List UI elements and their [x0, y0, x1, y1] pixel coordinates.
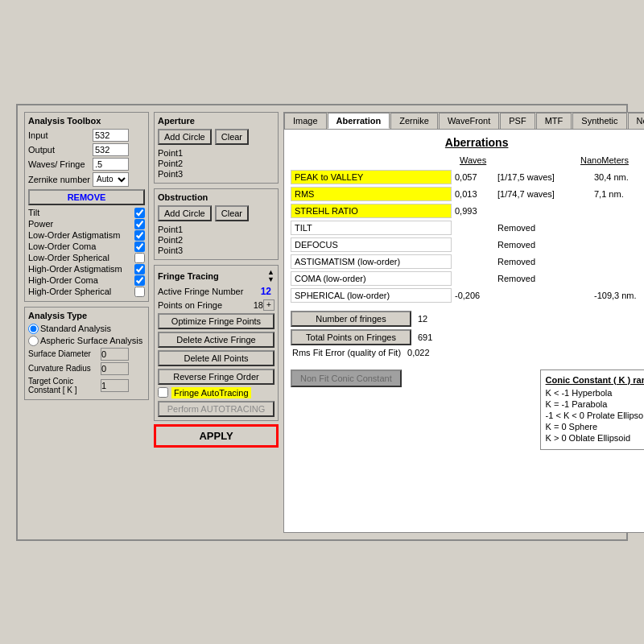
- obstruction-point2: Point2: [158, 235, 275, 245]
- active-fringe-number: 12: [261, 286, 271, 297]
- high-coma-checkbox[interactable]: [134, 275, 145, 286]
- perform-autotracing-button[interactable]: Perform AUTOTRACING: [158, 401, 275, 417]
- aperture-point1: Point1: [158, 148, 275, 158]
- analysis-type-section: Analysis Type Standard Analysis Aspheric…: [24, 307, 149, 400]
- tab-zernike[interactable]: Zernike: [390, 113, 438, 129]
- aperture-section: Aperture Add Circle Clear Point1 Point2 …: [154, 112, 279, 184]
- tab-mtf[interactable]: MTF: [536, 113, 572, 129]
- obstruction-title: Obstruction: [158, 192, 275, 202]
- number-of-fringes-button[interactable]: Number of fringes: [291, 311, 411, 327]
- high-astig-checkbox[interactable]: [134, 264, 145, 275]
- low-astig-label: Low-Order Astigmatism: [28, 230, 133, 240]
- points-on-fringe-value: 18: [254, 300, 263, 310]
- analysis-toolbox-section: Analysis Toolbox Input Output Waves/ Fri…: [24, 112, 149, 302]
- standard-radio[interactable]: [28, 324, 39, 334]
- output-field[interactable]: [93, 143, 129, 156]
- aber-waves: [496, 294, 592, 297]
- aber-name: RMS: [291, 187, 452, 201]
- zernike-row: Zernike number Auto: [28, 172, 145, 187]
- aber-nm: [592, 277, 644, 280]
- aperture-clear-button[interactable]: Clear: [215, 129, 249, 145]
- plus-button[interactable]: +: [263, 299, 275, 311]
- apply-button[interactable]: APPLY: [154, 424, 279, 448]
- analysis-type-title: Analysis Type: [28, 311, 145, 320]
- aber-name: SPHERICAL (low-order): [291, 288, 452, 303]
- waves-header: Waves: [460, 155, 580, 165]
- autotracing-row: Fringe AutoTracing: [158, 387, 275, 398]
- remove-button[interactable]: REMOVE: [28, 189, 145, 205]
- col-spacer: [291, 155, 460, 165]
- power-checkbox[interactable]: [134, 219, 145, 229]
- conic-constant-box: Conic Constant ( K ) range K < -1 Hyperb…: [540, 369, 644, 450]
- nm-header: NanoMeters: [580, 155, 644, 165]
- surface-diameter-field[interactable]: [101, 348, 129, 361]
- output-row: Output: [28, 143, 145, 156]
- aber-nm: 30,4 nm.: [592, 171, 644, 184]
- aperture-title: Aperture: [158, 116, 275, 126]
- output-label: Output: [28, 145, 93, 155]
- waves-fringe-field[interactable]: [93, 158, 129, 171]
- autotracing-checkbox[interactable]: [158, 387, 168, 398]
- tab-synthetic[interactable]: Synthetic: [572, 113, 626, 129]
- optimize-fringe-button[interactable]: Optimize Fringe Points: [158, 313, 275, 329]
- tab-wavefront[interactable]: WaveFront: [439, 113, 499, 129]
- conic-row: -1 < K < 0 Prolate Ellipsoid: [546, 411, 644, 420]
- delete-active-fringe-button[interactable]: Delete Active Fringe: [158, 332, 275, 348]
- low-spherical-checkbox[interactable]: [134, 253, 145, 263]
- low-coma-checkbox[interactable]: [134, 242, 145, 252]
- waves-fringe-label: Waves/ Fringe: [28, 159, 93, 169]
- target-conic-label: Target Conic Constant [ K ]: [28, 377, 101, 394]
- curvature-radius-field[interactable]: [101, 362, 129, 375]
- aperture-btn-row: Add Circle Clear: [158, 129, 275, 145]
- standard-label: Standard Analysis: [40, 324, 111, 333]
- active-fringe-label: Active Fringe Number: [158, 287, 258, 296]
- aberration-row: COMA (low-order)Removed: [291, 271, 644, 286]
- conic-row: K > 0 Oblate Ellipsoid: [546, 433, 644, 443]
- high-spherical-label: High-Order Spherical: [28, 287, 133, 296]
- aber-waves: Removed: [496, 272, 592, 285]
- delete-all-points-button[interactable]: Delete All Points: [158, 350, 275, 366]
- reverse-fringe-button[interactable]: Reverse Fringe Order: [158, 369, 275, 385]
- low-astig-checkbox[interactable]: [134, 230, 145, 241]
- aperture-point3: Point3: [158, 169, 275, 179]
- aber-value: [452, 277, 496, 280]
- low-spherical-row: Low-Order Spherical: [28, 253, 145, 263]
- aspheric-radio-row: Aspheric Surface Analysis: [28, 336, 145, 346]
- input-field[interactable]: [93, 129, 129, 142]
- target-conic-field[interactable]: [101, 379, 129, 392]
- aber-value: 0,993: [452, 204, 496, 217]
- fit-conic-button[interactable]: Non Fit Conic Constant: [291, 369, 402, 387]
- total-points-button[interactable]: Total Points on Fringes: [291, 329, 411, 345]
- fringe-tracing-header: Fringe Tracing ▲ ▼: [158, 269, 275, 283]
- obstruction-btn-row: Add Circle Clear: [158, 205, 275, 221]
- aber-value: [452, 226, 496, 229]
- conic-title: Conic Constant ( K ) range: [546, 375, 644, 385]
- surface-diameter-row: Surface Diameter: [28, 348, 145, 361]
- aspheric-radio[interactable]: [28, 336, 39, 346]
- tab-psf[interactable]: PSF: [500, 113, 535, 129]
- tab-image[interactable]: Image: [284, 113, 327, 129]
- aber-value: 0,013: [452, 188, 496, 200]
- bottom-section: Non Fit Conic Constant Conic Constant ( …: [291, 369, 644, 450]
- high-astig-label: High-Order Astigmatism: [28, 264, 133, 274]
- left-panel: Analysis Toolbox Input Output Waves/ Fri…: [24, 112, 149, 533]
- tabs-bar: ImageAberrationZernikeWaveFrontPSFMTFSyn…: [284, 113, 644, 130]
- aperture-add-circle-button[interactable]: Add Circle: [158, 129, 212, 145]
- aberration-row: STREHL RATIO0,993: [291, 204, 644, 218]
- high-spherical-checkbox[interactable]: [134, 287, 145, 297]
- surface-diameter-label: Surface Diameter: [28, 349, 101, 358]
- obstruction-clear-button[interactable]: Clear: [215, 205, 249, 221]
- columns-header: Waves NanoMeters: [291, 155, 644, 165]
- aber-waves: [1/74,7 waves]: [496, 188, 592, 200]
- input-row: Input: [28, 129, 145, 142]
- rms-fit-row: Rms Fit Error (quality of Fit) 0,022: [292, 348, 644, 357]
- tilt-checkbox[interactable]: [134, 208, 145, 218]
- tab-notes[interactable]: Notes: [628, 113, 644, 129]
- aber-nm: 7,1 nm.: [592, 188, 644, 200]
- input-label: Input: [28, 130, 93, 140]
- tab-aberration[interactable]: Aberration: [328, 113, 390, 129]
- zernike-select[interactable]: Auto: [93, 172, 129, 187]
- fit-btn-area: Non Fit Conic Constant: [291, 369, 540, 450]
- obstruction-add-circle-button[interactable]: Add Circle: [158, 205, 212, 221]
- fringe-down-arrow[interactable]: ▼: [267, 276, 275, 283]
